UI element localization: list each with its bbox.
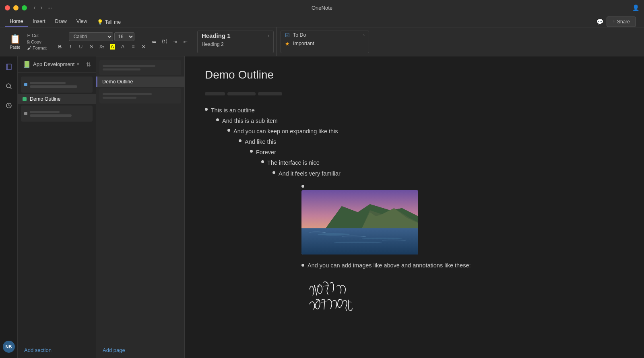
titlebar-icons: 👤 bbox=[632, 4, 639, 11]
italic-button[interactable]: I bbox=[66, 42, 75, 51]
page-item-demo-outline[interactable]: Demo Outline bbox=[96, 77, 184, 87]
title-underline bbox=[205, 84, 322, 84]
clear-format-button[interactable]: ✕ bbox=[139, 42, 149, 51]
sidebar-icons: NB bbox=[0, 56, 18, 358]
tab-insert[interactable]: Insert bbox=[28, 17, 50, 27]
forward-button[interactable]: › bbox=[40, 4, 42, 11]
main-container: NB 📗 App Development ▾ ⇅ bbox=[0, 56, 644, 358]
meta-block-3 bbox=[258, 92, 282, 95]
heading2-style[interactable]: Heading 2 bbox=[198, 40, 273, 48]
important-tag[interactable]: ★ Important bbox=[281, 39, 369, 48]
tab-home[interactable]: Home bbox=[5, 17, 28, 27]
todo-arrow: › bbox=[363, 33, 365, 37]
user-avatar[interactable]: NB bbox=[3, 341, 15, 353]
outline-text-2: And you can keep on expanding like this bbox=[233, 126, 338, 137]
search-icon[interactable] bbox=[2, 80, 15, 93]
font-size-dropdown[interactable]: 16 bbox=[114, 32, 134, 41]
outline-item-6: And it feels very familiar bbox=[272, 168, 624, 179]
share-button[interactable]: ↑ Share bbox=[607, 17, 636, 27]
notebook-icon: 📗 bbox=[23, 60, 31, 68]
bold-button[interactable]: B bbox=[55, 42, 65, 51]
maximize-button[interactable] bbox=[22, 5, 27, 10]
font-color-button[interactable]: A bbox=[118, 42, 128, 51]
section-item-demo-outline[interactable]: Demo Outline bbox=[18, 94, 96, 104]
chat-icon[interactable]: 💬 bbox=[597, 19, 603, 25]
tab-view[interactable]: View bbox=[72, 17, 92, 27]
clipboard-group: 📋 Paste ✂ Cut ⎘ Copy 🖌 Format bbox=[3, 27, 51, 56]
outline-item-0: This is an outline bbox=[205, 105, 624, 116]
minimize-button[interactable] bbox=[13, 5, 19, 10]
notebook-selector[interactable]: 📗 App Development ▾ bbox=[23, 60, 79, 68]
numbered-list-button[interactable]: ⑴ bbox=[160, 37, 169, 46]
checkbox-icon: ☑ bbox=[285, 32, 290, 38]
svg-rect-6 bbox=[301, 228, 418, 255]
add-section-button[interactable]: Add section bbox=[18, 342, 96, 358]
demo-image[interactable] bbox=[301, 190, 418, 255]
ribbon-tabs: Home Insert Draw View 💡 Tell me 💬 ↑ Shar… bbox=[0, 15, 644, 27]
outline-item-1: And this is a sub item bbox=[216, 116, 624, 126]
outline-text-5: The interface is nice bbox=[267, 157, 320, 168]
content-area[interactable]: Demo Outline This is an outline And this… bbox=[185, 56, 644, 358]
page-thumb-2[interactable] bbox=[99, 88, 181, 103]
styles-arrow: › bbox=[268, 33, 269, 38]
page-thumb-1[interactable] bbox=[99, 60, 181, 75]
subscript-button[interactable]: X₂ bbox=[97, 42, 107, 51]
notebook-chevron-icon: ▾ bbox=[77, 62, 79, 67]
heading1-style[interactable]: Heading 1 › bbox=[198, 31, 273, 40]
font-group: Calibri 16 B I U S X₂ A A ≡ bbox=[53, 27, 193, 56]
outdent-button[interactable]: ⇤ bbox=[181, 37, 190, 46]
tags-group: ☑ To Do › ★ Important bbox=[278, 27, 372, 56]
add-page-button[interactable]: Add page bbox=[96, 342, 184, 358]
bullet-4 bbox=[250, 150, 253, 153]
recent-icon[interactable] bbox=[2, 99, 15, 112]
image-container[interactable] bbox=[301, 182, 624, 255]
outline-text-6: And it feels very familiar bbox=[279, 168, 341, 179]
outline-item-2: And you can keep on expanding like this bbox=[227, 126, 624, 137]
annotation-bullet bbox=[301, 264, 304, 267]
section-label: Demo Outline bbox=[30, 96, 60, 102]
avatar-container: NB bbox=[2, 340, 15, 353]
close-button[interactable] bbox=[5, 5, 10, 10]
bullet-0 bbox=[205, 108, 208, 111]
annotation-wrapper: And you can add images like above and an… bbox=[301, 261, 624, 270]
indent-button[interactable]: ⇥ bbox=[170, 37, 180, 46]
back-button[interactable]: ‹ bbox=[33, 4, 35, 11]
outline-item-3: And like this bbox=[239, 137, 624, 147]
section-list: Demo Outline bbox=[18, 72, 96, 342]
cut-button[interactable]: ✂ Cut bbox=[25, 33, 48, 39]
more-button[interactable]: ··· bbox=[47, 4, 52, 11]
font-family-dropdown[interactable]: Calibri bbox=[69, 32, 113, 41]
bullet-3 bbox=[239, 139, 242, 142]
notebooks-icon[interactable] bbox=[2, 60, 15, 73]
tab-draw[interactable]: Draw bbox=[50, 17, 72, 27]
outline-text-4: Forever bbox=[256, 147, 276, 157]
outline-text-1: And this is a sub item bbox=[222, 116, 278, 126]
align-button[interactable]: ≡ bbox=[128, 42, 138, 51]
page-meta bbox=[205, 92, 624, 95]
underline-button[interactable]: U bbox=[76, 42, 86, 51]
section-thumb-2[interactable] bbox=[21, 106, 93, 122]
section-dot bbox=[23, 97, 27, 101]
notebook-panel: 📗 App Development ▾ ⇅ Demo Outline bbox=[18, 56, 96, 358]
styles-panel: Heading 1 › Heading 2 bbox=[197, 31, 274, 53]
copy-button[interactable]: ⎘ Copy bbox=[25, 39, 48, 45]
app-title: OneNote bbox=[312, 5, 332, 11]
ribbon-toolbar: 📋 Paste ✂ Cut ⎘ Copy 🖌 Format Calibri 16… bbox=[0, 27, 644, 56]
page-title: Demo Outline bbox=[205, 68, 624, 81]
format-buttons: B I U S X₂ A A ≡ ✕ bbox=[55, 42, 149, 51]
tell-me[interactable]: 💡 Tell me bbox=[92, 17, 126, 27]
svg-line-3 bbox=[10, 87, 11, 89]
strikethrough-button[interactable]: S bbox=[87, 42, 96, 51]
bullet-list-button[interactable]: ≔ bbox=[149, 37, 159, 46]
format-button[interactable]: 🖌 Format bbox=[25, 45, 48, 51]
todo-tag[interactable]: ☑ To Do › bbox=[281, 31, 369, 39]
section-thumb-1[interactable] bbox=[21, 77, 93, 93]
highlight-button[interactable]: A bbox=[107, 42, 117, 51]
sort-icon[interactable]: ⇅ bbox=[86, 61, 91, 68]
profile-icon[interactable]: 👤 bbox=[632, 4, 639, 11]
styles-group: Heading 1 › Heading 2 bbox=[195, 27, 277, 56]
outline-content: This is an outline And this is a sub ite… bbox=[205, 105, 624, 319]
paste-button[interactable]: 📋 Paste bbox=[6, 31, 25, 52]
outline-item-5: The interface is nice bbox=[261, 157, 624, 168]
paste-icon: 📋 bbox=[10, 34, 21, 44]
